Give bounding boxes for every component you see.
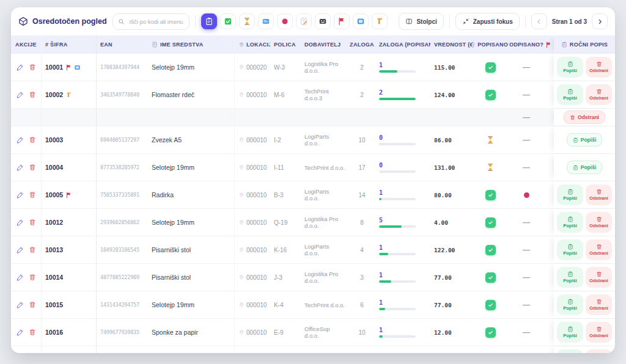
edit-button[interactable] xyxy=(17,91,24,98)
name-cell: Radirka xyxy=(148,181,235,208)
hourglass-icon xyxy=(486,136,495,144)
barcode-filter-icon[interactable] xyxy=(315,13,331,29)
popisi-button[interactable]: Popiši xyxy=(557,267,583,288)
memo-filter-icon[interactable] xyxy=(296,13,312,29)
pencil-icon xyxy=(17,329,24,336)
odstrani-button[interactable]: Odstrani xyxy=(586,57,612,78)
odstrani-button[interactable]: Odstrani xyxy=(586,267,612,288)
edit-button[interactable] xyxy=(17,274,24,281)
name-cell: Selotejp 19mm xyxy=(148,209,235,236)
columns-icon xyxy=(405,18,413,25)
edit-button[interactable] xyxy=(17,301,24,308)
edit-button[interactable] xyxy=(17,191,24,198)
hourglass-filter-icon[interactable] xyxy=(239,13,255,29)
chevron-left-icon xyxy=(536,18,542,25)
odstrani-button[interactable]: Odstrani xyxy=(586,212,612,233)
supplier-value: Logistika Pro d.o.o. xyxy=(304,216,345,229)
popisi-button[interactable]: Popiši xyxy=(557,239,583,260)
progress-bar xyxy=(379,253,416,255)
edit-button[interactable] xyxy=(17,329,24,336)
stock-value: 6 xyxy=(360,302,364,308)
counted-status-cell xyxy=(472,54,509,81)
delete-button[interactable] xyxy=(29,301,36,308)
delete-button[interactable] xyxy=(29,246,36,253)
counted-status-cell xyxy=(472,209,509,236)
red-dot-filter-icon[interactable] xyxy=(277,13,293,29)
manual-count-cell: PopišiOdstrani xyxy=(554,346,615,353)
delete-button[interactable] xyxy=(29,191,36,198)
popisi-button[interactable]: Popiši xyxy=(557,57,583,78)
shelf-value: Q-19 xyxy=(274,219,287,226)
written-off-cell: — xyxy=(509,264,544,291)
delete-button[interactable] xyxy=(29,136,36,144)
odstrani-button[interactable]: Odstrani xyxy=(586,349,612,353)
stock-value: 4 xyxy=(360,247,364,253)
popisi-button[interactable]: Popiši xyxy=(557,322,583,343)
flag-filter-icon[interactable] xyxy=(334,13,350,29)
trash-icon xyxy=(29,191,36,198)
exit-focus-button[interactable]: Zapusti fokus xyxy=(455,13,520,30)
value-amount: 131.00 xyxy=(434,164,455,171)
shelf-value: K-16 xyxy=(274,247,287,253)
ean-cell: 7499677939835 xyxy=(97,319,148,346)
odstrani-button[interactable]: Odstrani xyxy=(586,84,612,105)
table-row: 10013 1049203186545 Pisarniški stol 0000… xyxy=(11,236,615,264)
col-flagged-clipped xyxy=(544,35,554,54)
delete-button[interactable] xyxy=(29,91,36,98)
odstrani-button[interactable]: Odstrani xyxy=(586,239,612,260)
clipboard-filter-icon[interactable] xyxy=(201,13,217,29)
odstrani-button[interactable]: Odstrani xyxy=(586,294,612,315)
pin-icon xyxy=(238,64,245,70)
delete-button[interactable] xyxy=(29,219,36,226)
next-page-button[interactable] xyxy=(592,13,608,29)
item-name: Flomaster rdeč xyxy=(152,91,194,98)
check-filter-icon[interactable] xyxy=(220,13,236,29)
frame-filter-icon[interactable] xyxy=(353,13,369,29)
manual-count-cell: Odstrani xyxy=(554,109,615,126)
popisi-button[interactable]: Popiši xyxy=(557,294,583,315)
prev-page-button[interactable] xyxy=(531,13,547,29)
shelf-value: J-3 xyxy=(274,274,282,281)
counted-stock-cell: 2 xyxy=(375,81,430,108)
frame-icon xyxy=(74,64,81,71)
delete-button[interactable] xyxy=(29,164,36,171)
odstrani-button[interactable]: Odstrani xyxy=(586,184,612,205)
edit-button[interactable] xyxy=(17,246,24,253)
edit-button[interactable] xyxy=(17,219,24,226)
columns-button[interactable]: Stolpci xyxy=(399,13,443,30)
popisi-button[interactable]: Popiši xyxy=(557,184,583,205)
columns-button-label: Stolpci xyxy=(416,18,436,25)
delete-button[interactable] xyxy=(29,64,36,71)
counted-stock-cell: 0 xyxy=(375,154,430,181)
popisi-button[interactable]: Popiši xyxy=(567,161,603,174)
card-filter-icon[interactable] xyxy=(258,13,274,29)
popisi-button[interactable]: Popiši xyxy=(567,133,603,147)
shelf-cell: W-20 xyxy=(270,346,301,353)
delete-button[interactable] xyxy=(29,329,36,336)
checked-badge xyxy=(485,272,496,283)
delete-button[interactable] xyxy=(29,274,36,281)
popisi-button[interactable]: Popiši xyxy=(557,349,583,353)
pin-icon xyxy=(238,192,245,198)
ean-cell: 7505337335891 xyxy=(97,181,148,208)
scroll-filter-icon[interactable] xyxy=(372,13,388,29)
clipboard-icon xyxy=(561,42,567,48)
popisi-button[interactable]: Popiši xyxy=(557,84,583,105)
odstrani-button[interactable]: Odstrani xyxy=(586,322,612,343)
popisi-button[interactable]: Popiši xyxy=(557,212,583,233)
counted-status-cell xyxy=(472,126,509,153)
package-logo-icon xyxy=(18,16,28,26)
odstrani-button[interactable]: Odstrani xyxy=(564,111,605,124)
table-row: 10002 3463549778840 Flomaster rdeč 00001… xyxy=(11,81,615,109)
sifra-cell: 10016 xyxy=(42,319,97,346)
counted-qty: 0 xyxy=(379,135,416,141)
edit-button[interactable] xyxy=(17,164,24,171)
edit-button[interactable] xyxy=(17,64,24,71)
actions-cell xyxy=(11,154,42,181)
counted-qty: 1 xyxy=(379,245,416,251)
supplier-cell: TechPrint d.o.o. xyxy=(301,154,348,181)
search-input[interactable] xyxy=(128,18,185,26)
location-cell: 000010 xyxy=(235,126,270,153)
item-badges xyxy=(65,192,72,198)
edit-button[interactable] xyxy=(17,136,24,144)
